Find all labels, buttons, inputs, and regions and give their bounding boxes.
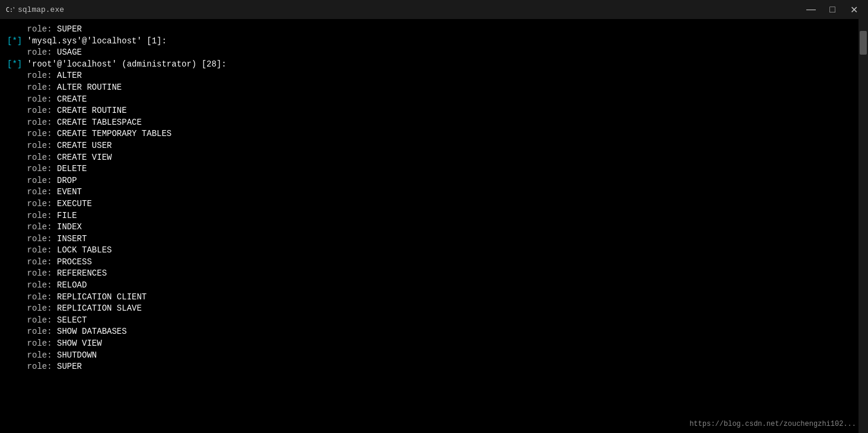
watermark: https://blog.csdn.net/zouchengzhi102... [689,420,856,428]
title-bar-left: C:\ sqlmap.exe [5,5,64,14]
terminal-line: role: REFERENCES [7,268,851,280]
terminal-line: role: PROCESS [7,257,851,268]
title-bar: C:\ sqlmap.exe — □ ✕ [0,0,868,19]
terminal-line: role: ALTER [7,70,851,82]
terminal-line: role: CREATE USER [7,140,851,152]
terminal-line: role: SUPER [7,24,851,36]
terminal-line: role: CREATE ROUTINE [7,105,851,117]
minimize-button[interactable]: — [802,2,821,17]
terminal-line: role: CREATE VIEW [7,152,851,164]
terminal-line: role: EVENT [7,187,851,198]
window: C:\ sqlmap.exe — □ ✕ role: SUPER[*] 'mys… [0,0,868,433]
terminal-line: role: REPLICATION SLAVE [7,303,851,315]
title-bar-controls: — □ ✕ [802,2,863,17]
terminal-line: role: INSERT [7,233,851,245]
terminal-line: role: CREATE TABLESPACE [7,117,851,129]
terminal-line: role: EXECUTE [7,198,851,210]
terminal-line: role: REPLICATION CLIENT [7,292,851,304]
cmd-icon: C:\ [5,5,14,14]
terminal-line: role: SELECT [7,315,851,327]
window-title: sqlmap.exe [18,5,64,14]
terminal-line: role: FILE [7,210,851,222]
terminal-line: role: RELOAD [7,280,851,292]
terminal-line: [*] 'mysql.sys'@'localhost' [1]: [7,36,851,48]
terminal-line: role: SUPER [7,361,851,373]
terminal-line: role: USAGE [7,47,851,59]
scrollbar[interactable] [859,19,868,433]
close-button[interactable]: ✕ [844,2,863,17]
scrollbar-thumb[interactable] [860,31,867,55]
terminal-line: role: LOCK TABLES [7,245,851,257]
terminal-line: role: DELETE [7,163,851,175]
terminal-line: role: SHOW VIEW [7,338,851,350]
content-area: role: SUPER[*] 'mysql.sys'@'localhost' [… [0,19,868,433]
terminal-line: role: CREATE TEMPORARY TABLES [7,128,851,140]
terminal[interactable]: role: SUPER[*] 'mysql.sys'@'localhost' [… [0,19,859,433]
terminal-line: role: SHOW DATABASES [7,326,851,338]
svg-text:C:\: C:\ [6,7,14,13]
terminal-line: role: SHUTDOWN [7,350,851,362]
terminal-line: [*] 'root'@'localhost' (administrator) [… [7,59,851,71]
terminal-line: role: CREATE [7,94,851,106]
maximize-button[interactable]: □ [823,2,842,17]
terminal-line: role: DROP [7,175,851,187]
terminal-line: role: INDEX [7,222,851,233]
terminal-line: role: ALTER ROUTINE [7,82,851,94]
